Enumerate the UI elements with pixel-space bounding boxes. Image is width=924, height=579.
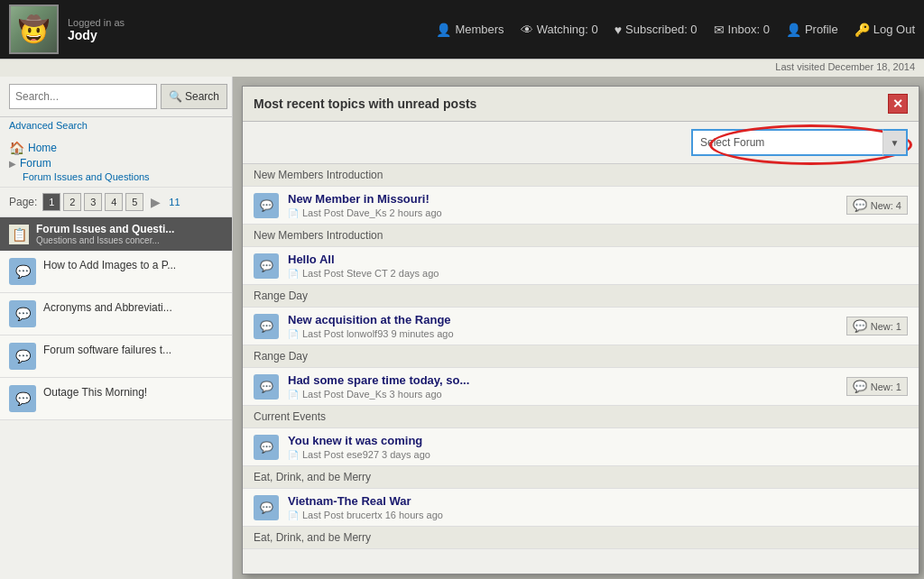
user-info: Logged in as Jody bbox=[68, 17, 125, 42]
topic-row-title-4: Had some spare time today, so... bbox=[288, 373, 837, 387]
forum-section-info: Forum Issues and Questi... Questions and… bbox=[36, 223, 174, 245]
topic-title-4: Outage This Morning! bbox=[43, 385, 223, 400]
topic-row-meta-6: 📄 Last Post brucertx 16 hours ago bbox=[288, 510, 908, 520]
topic-title-1: How to Add Images to a P... bbox=[43, 258, 223, 273]
forum-select-wrapper: Select Forum ▼ bbox=[691, 129, 908, 156]
topic-row-title-5: You knew it was coming bbox=[288, 434, 908, 447]
search-icon: 🔍 bbox=[169, 90, 182, 103]
page-2[interactable]: 2 bbox=[63, 193, 81, 211]
pagination: Page: 1 2 3 4 5 ▶ 11 bbox=[0, 188, 232, 217]
topic-row-content-1: New Member in Missouri! 📄 Last Post Dave… bbox=[288, 192, 837, 218]
watching-nav-item[interactable]: 👁 Watching: 0 bbox=[521, 23, 598, 37]
last-visited-bar: Last visited December 18, 2014 bbox=[0, 59, 924, 77]
meta-icon-3: 📄 bbox=[288, 329, 299, 339]
subscribed-nav-item[interactable]: ♥ Subscribed: 0 bbox=[614, 23, 698, 37]
meta-icon-2: 📄 bbox=[288, 269, 299, 279]
modal-close-button[interactable]: ✕ bbox=[888, 94, 908, 114]
logged-in-label: Logged in as bbox=[68, 17, 125, 28]
nav-links: 👤 Members 👁 Watching: 0 ♥ Subscribed: 0 … bbox=[436, 23, 915, 37]
profile-nav-item[interactable]: 👤 Profile bbox=[786, 23, 838, 37]
topic-row-meta-1: 📄 Last Post Dave_Ks 2 hours ago bbox=[288, 207, 837, 218]
search-input[interactable] bbox=[9, 84, 157, 109]
page-1[interactable]: 1 bbox=[42, 193, 60, 211]
page-last[interactable]: 11 bbox=[169, 197, 180, 207]
topic-row-content-5: You knew it was coming 📄 Last Post ese92… bbox=[288, 434, 908, 460]
topic-row-bubble-4: 💬 bbox=[254, 374, 279, 400]
topic-row-5[interactable]: 💬 You knew it was coming 📄 Last Post ese… bbox=[243, 428, 919, 466]
search-button[interactable]: 🔍 Search bbox=[161, 84, 227, 109]
profile-icon: 👤 bbox=[786, 23, 801, 37]
topic-bubble-3: 💬 bbox=[9, 343, 36, 370]
breadcrumb-arrow-1: ▶ bbox=[9, 159, 16, 169]
subscribed-label: Subscribed: 0 bbox=[625, 23, 698, 36]
topic-row-bubble-3: 💬 bbox=[254, 314, 279, 339]
forum-section-icon: 📋 bbox=[9, 225, 29, 244]
modal-title: Most recent topics with unread posts bbox=[254, 96, 476, 111]
members-icon: 👤 bbox=[436, 23, 451, 37]
home-icon: 🏠 bbox=[9, 141, 24, 155]
topic-row-meta-text-4: Last Post Dave_Ks 3 hours ago bbox=[302, 389, 442, 400]
page-5[interactable]: 5 bbox=[125, 193, 143, 211]
sidebar-topic-1[interactable]: 💬 How to Add Images to a P... bbox=[0, 251, 232, 293]
logout-nav-item[interactable]: 🔑 Log Out bbox=[855, 23, 915, 37]
watching-label: Watching: 0 bbox=[537, 23, 598, 36]
topic-row-6[interactable]: 💬 Vietnam-The Real War 📄 Last Post bruce… bbox=[243, 489, 919, 527]
forum-section-title: Forum Issues and Questi... bbox=[36, 223, 174, 235]
subscribed-icon: ♥ bbox=[614, 23, 622, 37]
topic-row-content-3: New acquisition at the Range 📄 Last Post… bbox=[288, 313, 837, 339]
new-badge-1: 💬 New: 4 bbox=[846, 196, 908, 215]
topic-bubble-1: 💬 bbox=[9, 258, 36, 285]
topic-row-meta-text-2: Last Post Steve CT 2 days ago bbox=[302, 268, 439, 279]
topic-row-meta-text-3: Last Post lonwolf93 9 minutes ago bbox=[302, 328, 454, 339]
topic-title-2: Acronyms and Abbreviati... bbox=[43, 300, 223, 316]
watching-icon: 👁 bbox=[521, 23, 533, 37]
topic-group-header-5: Current Events bbox=[243, 406, 919, 428]
page-next-arrow[interactable]: ▶ bbox=[146, 193, 164, 211]
breadcrumb-home[interactable]: Home bbox=[28, 142, 57, 154]
topic-title-3: Forum software failures t... bbox=[43, 343, 223, 358]
topic-group-header-7: Eat, Drink, and be Merry bbox=[243, 527, 919, 549]
forum-select-row: Select Forum ▼ bbox=[243, 122, 919, 164]
top-navigation: 🤠 Logged in as Jody 👤 Members 👁 Watching… bbox=[0, 0, 924, 59]
topic-row-meta-3: 📄 Last Post lonwolf93 9 minutes ago bbox=[288, 328, 837, 339]
page-4[interactable]: 4 bbox=[105, 193, 123, 211]
topic-row-3[interactable]: 💬 New acquisition at the Range 📄 Last Po… bbox=[243, 308, 919, 345]
members-nav-item[interactable]: 👤 Members bbox=[436, 23, 504, 37]
topic-row-title-2: Hello All bbox=[288, 253, 908, 266]
search-button-label: Search bbox=[185, 90, 219, 103]
avatar: 🤠 bbox=[9, 5, 59, 54]
sidebar-topic-2[interactable]: 💬 Acronyms and Abbreviati... bbox=[0, 293, 232, 335]
topic-row-meta-text-5: Last Post ese927 3 days ago bbox=[302, 449, 430, 460]
meta-icon-6: 📄 bbox=[288, 510, 299, 520]
topic-row-4[interactable]: 💬 Had some spare time today, so... 📄 Las… bbox=[243, 368, 919, 406]
modal-body[interactable]: New Members Introduction 💬 New Member in… bbox=[243, 164, 919, 574]
logout-label: Log Out bbox=[873, 23, 915, 36]
forum-select-dropdown[interactable]: Select Forum bbox=[691, 129, 908, 156]
inbox-label: Inbox: 0 bbox=[728, 23, 770, 36]
members-label: Members bbox=[455, 23, 504, 36]
breadcrumb-forum[interactable]: Forum bbox=[20, 157, 51, 170]
meta-icon-4: 📄 bbox=[288, 390, 299, 400]
topic-row-bubble-6: 💬 bbox=[254, 495, 279, 520]
breadcrumb: 🏠 Home ▶ Forum Forum Issues and Question… bbox=[0, 136, 232, 188]
page-3[interactable]: 3 bbox=[84, 193, 102, 211]
logout-icon: 🔑 bbox=[855, 23, 870, 37]
sidebar-topic-4[interactable]: 💬 Outage This Morning! bbox=[0, 378, 232, 420]
new-badge-4: 💬 New: 1 bbox=[846, 377, 908, 396]
topic-row-1[interactable]: 💬 New Member in Missouri! 📄 Last Post Da… bbox=[243, 187, 919, 225]
advanced-search-link[interactable]: Advanced Search bbox=[0, 117, 232, 136]
new-icon-1: 💬 bbox=[853, 198, 867, 212]
sidebar: 🔍 Search Advanced Search 🏠 Home ▶ Forum … bbox=[0, 77, 233, 579]
username-label: Jody bbox=[68, 28, 125, 42]
forum-section-header: 📋 Forum Issues and Questi... Questions a… bbox=[0, 217, 232, 251]
last-visited-text: Last visited December 18, 2014 bbox=[775, 61, 915, 72]
topic-row-meta-2: 📄 Last Post Steve CT 2 days ago bbox=[288, 268, 908, 279]
inbox-nav-item[interactable]: ✉ Inbox: 0 bbox=[714, 23, 770, 37]
topic-row-meta-4: 📄 Last Post Dave_Ks 3 hours ago bbox=[288, 389, 837, 400]
breadcrumb-sub[interactable]: Forum Issues and Questions bbox=[9, 171, 150, 182]
sidebar-topic-3[interactable]: 💬 Forum software failures t... bbox=[0, 335, 232, 378]
topic-row-2[interactable]: 💬 Hello All 📄 Last Post Steve CT 2 days … bbox=[243, 247, 919, 285]
modal-header: Most recent topics with unread posts ✕ bbox=[243, 87, 919, 122]
breadcrumb-sub-row: Forum Issues and Questions bbox=[9, 171, 223, 182]
new-icon-3: 💬 bbox=[853, 319, 867, 333]
